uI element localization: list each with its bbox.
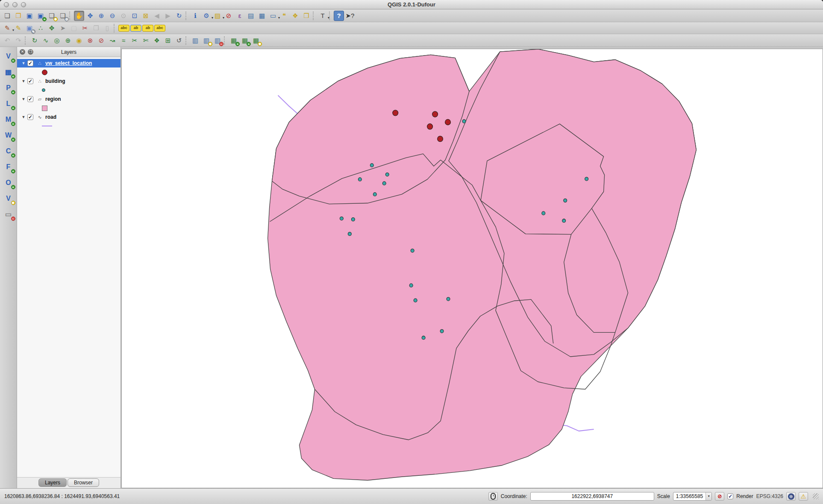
copy-features-icon[interactable]: ❐	[91, 23, 101, 33]
delete-part-icon[interactable]: ⊘	[96, 35, 106, 46]
remove-layer-icon[interactable]: ▭−	[3, 208, 15, 220]
messages-button[interactable]: ⚠	[799, 492, 808, 501]
zoom-native-icon[interactable]: ⊙	[118, 11, 129, 21]
stop-render-button[interactable]: ⊘	[715, 492, 724, 501]
add-part-icon[interactable]: ⊕	[63, 35, 73, 46]
add-oracle-layer-icon[interactable]: O+	[3, 177, 15, 189]
layer-visibility-checkbox[interactable]: ✓	[27, 114, 33, 120]
show-bookmarks-icon[interactable]: ❒	[301, 11, 312, 21]
expander-icon[interactable]: ▼	[21, 97, 26, 101]
simplify-feature-icon[interactable]: ∿	[41, 35, 51, 46]
vector-table-new-icon[interactable]: ▦+	[240, 35, 250, 46]
change-label-icon[interactable]: abc	[154, 25, 165, 32]
add-mssql-layer-icon[interactable]: M+	[3, 114, 15, 126]
save-project-as-icon[interactable]: ▣+	[35, 11, 46, 21]
panel-tab-browser[interactable]: Browser	[68, 478, 99, 487]
crs-status-button[interactable]: ⊕	[786, 492, 796, 501]
vector-table-edit-icon[interactable]: ▦✱	[251, 35, 261, 46]
new-shapefile-layer-icon[interactable]: V✱	[3, 193, 15, 205]
zoom-out-icon[interactable]: ⊖	[107, 11, 118, 21]
layer-name[interactable]: road	[45, 114, 56, 120]
new-bookmark-icon[interactable]: ❖	[290, 11, 300, 21]
whats-this-icon[interactable]: ➤?	[345, 11, 355, 21]
toggle-extents-mouse-button[interactable]	[488, 492, 498, 501]
layer-visibility-checkbox[interactable]: ✓	[27, 78, 33, 84]
scale-combo[interactable]: 1:33565585 ▾	[673, 492, 712, 501]
layer-histogram-stretch-icon[interactable]: ▥	[190, 35, 200, 46]
add-ring-icon[interactable]: ◎	[52, 35, 62, 46]
vector-table-add-icon[interactable]: ▦+	[229, 35, 239, 46]
rotate-label-icon[interactable]: ab	[142, 25, 153, 32]
zoom-full-extent-icon[interactable]: ⊡	[129, 11, 140, 21]
zoom-next-icon[interactable]: ▶	[163, 11, 173, 21]
merge-feature-attributes-icon[interactable]: ⊞	[163, 35, 173, 46]
rotate-feature-icon[interactable]: ↻	[29, 35, 40, 46]
zoom-to-selection-icon[interactable]: ⊠	[141, 11, 151, 21]
add-wfs-layer-icon[interactable]: F+	[3, 161, 15, 173]
pan-to-selection-icon[interactable]: ✥	[85, 11, 95, 21]
layer-visibility-checkbox[interactable]: ✓	[27, 96, 33, 102]
layer-item-road[interactable]: ▼✓∿road	[17, 113, 121, 121]
current-edits-icon[interactable]: ✎▾	[2, 23, 12, 33]
redo-icon[interactable]: ↷	[13, 35, 24, 46]
text-annotation-icon[interactable]: T▾	[317, 11, 328, 21]
expander-icon[interactable]: ▼	[21, 115, 26, 119]
help-contents-icon[interactable]: ?	[334, 11, 344, 21]
add-postgis-layer-icon[interactable]: P+	[3, 82, 15, 94]
add-raster-layer-icon[interactable]: ▦+	[3, 66, 15, 78]
run-feature-action-icon[interactable]: ⚙▾	[201, 11, 212, 21]
add-feature-icon[interactable]: ∴	[35, 23, 46, 33]
layer-item-region[interactable]: ▼✓▱region	[17, 95, 121, 103]
delete-selected-icon[interactable]: ▢	[69, 23, 79, 33]
new-print-composer-icon[interactable]: ❏✱	[47, 11, 57, 21]
add-wcs-layer-icon[interactable]: C+	[3, 145, 15, 157]
measure-line-icon[interactable]: ▭▾	[268, 11, 278, 21]
fill-ring-icon[interactable]: ◉	[74, 35, 84, 46]
add-wms-layer-icon[interactable]: W+	[3, 129, 15, 141]
save-layer-edits-icon[interactable]: ▣✎	[24, 23, 35, 33]
pan-map-icon[interactable]: ✋	[74, 11, 84, 21]
add-spatialite-layer-icon[interactable]: L+	[3, 98, 15, 110]
layer-item-building[interactable]: ▼✓∴building	[17, 77, 121, 85]
identify-features-icon[interactable]: ℹ	[190, 11, 200, 21]
offset-curve-icon[interactable]: ≈	[118, 35, 129, 46]
render-checkbox[interactable]: ✓	[727, 493, 733, 499]
toggle-editing-icon[interactable]: ✎	[13, 23, 24, 33]
expander-icon[interactable]: ▼	[21, 61, 26, 65]
reshape-features-icon[interactable]: ↝	[107, 35, 118, 46]
scale-dropdown-icon[interactable]: ▾	[705, 492, 711, 500]
move-feature-icon[interactable]: ✥	[47, 23, 57, 33]
open-attribute-table-icon[interactable]: ▤	[246, 11, 256, 21]
split-features-icon[interactable]: ✂	[129, 35, 140, 46]
layer-histogram-remove-icon[interactable]: ▥−	[212, 35, 223, 46]
undo-icon[interactable]: ↶	[2, 35, 12, 46]
split-parts-icon[interactable]: ✄	[141, 35, 151, 46]
panel-tab-layers[interactable]: Layers	[38, 478, 67, 487]
resize-grip[interactable]	[813, 493, 819, 499]
layer-name[interactable]: region	[45, 96, 61, 102]
map-tips-icon[interactable]: ❝	[279, 11, 289, 21]
layer-labeling-icon[interactable]: abc	[118, 25, 129, 32]
refresh-map-icon[interactable]: ↻	[174, 11, 184, 21]
select-features-rectangle-icon[interactable]: ▨▾	[212, 11, 223, 21]
zoom-last-icon[interactable]: ◀	[152, 11, 162, 21]
open-project-icon[interactable]: ❒	[13, 11, 24, 21]
select-by-expression-icon[interactable]: ε	[235, 11, 245, 21]
merge-features-icon[interactable]: ❖	[152, 35, 162, 46]
layer-histogram-full-stretch-icon[interactable]: ▥✱	[201, 35, 212, 46]
cut-features-icon[interactable]: ✂	[80, 23, 90, 33]
save-project-icon[interactable]: ▣	[24, 11, 35, 21]
layer-item-vw_select_location[interactable]: ▼✓∴vw_select_location	[17, 59, 121, 67]
deselect-all-icon[interactable]: ⊘	[223, 11, 234, 21]
rotate-point-symbols-icon[interactable]: ↺	[174, 35, 184, 46]
coordinate-input[interactable]: 1622922,6938747	[530, 492, 654, 501]
node-tool-icon[interactable]: ➤	[58, 23, 68, 33]
delete-ring-icon[interactable]: ⊗	[85, 35, 95, 46]
field-calculator-icon[interactable]: ▦	[257, 11, 267, 21]
composer-manager-icon[interactable]: ❏⚙	[58, 11, 68, 21]
paste-features-icon[interactable]: ▯	[102, 23, 112, 33]
expander-icon[interactable]: ▼	[21, 79, 26, 83]
move-label-icon[interactable]: ab	[130, 25, 141, 32]
new-project-icon[interactable]: ❏	[2, 11, 12, 21]
map-canvas[interactable]	[121, 49, 823, 488]
